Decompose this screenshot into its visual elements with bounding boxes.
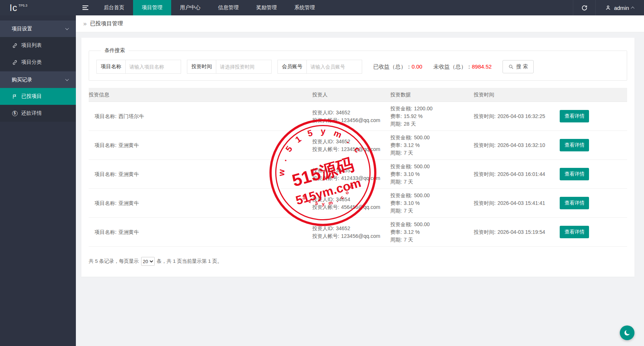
investor-id-label: 投资人ID:: [312, 110, 334, 115]
cycle-label: 周期:: [390, 179, 402, 185]
username: admin: [614, 5, 629, 11]
investor-id: 34655: [336, 168, 350, 173]
investor-account-label: 投资人帐号:: [312, 175, 339, 181]
header-invest-info: 投资信息: [89, 88, 312, 102]
rate-value: 3.10 %: [404, 200, 420, 206]
sidebar-group-purchase-records[interactable]: 购买记录: [0, 71, 76, 88]
view-details-button[interactable]: 查看详情: [560, 168, 589, 180]
rate-value: 3.12 %: [404, 229, 420, 235]
pagination-text-after: 条，共 1 页当前显示第 1 页。: [157, 258, 222, 265]
sidebar-collapse-button[interactable]: [76, 0, 95, 15]
invest-table: 投资信息 投资人 投资数据 投资时间 项目名称:西门塔尔牛 投资人ID:3465…: [89, 88, 627, 247]
search-button[interactable]: 搜 索: [503, 60, 534, 73]
project-label: 项目名称:: [95, 113, 117, 119]
investor-id-label: 投资人ID:: [312, 225, 334, 231]
theme-toggle-button[interactable]: [620, 325, 634, 340]
sidebar-item-project-category[interactable]: 项目分类: [0, 54, 76, 71]
refresh-icon: [581, 5, 588, 11]
pagination-text-before: 共 5 条记录，每页显示: [89, 258, 139, 265]
top-bar: Ic TP5.3 后台首页 项目管理 用户中心 信息管理 奖励管理 系统管理: [0, 0, 644, 15]
chevron-down-icon: [65, 26, 69, 30]
logo-text: Ic: [10, 3, 17, 13]
nav-item-rewards[interactable]: 奖励管理: [247, 0, 286, 15]
project-label: 项目名称:: [95, 142, 117, 148]
project-name: 亚洲黄牛: [118, 200, 139, 206]
user-icon: [605, 5, 611, 11]
flag-icon: [12, 93, 18, 99]
member-account-input[interactable]: [306, 60, 362, 74]
refresh-button[interactable]: [573, 0, 596, 15]
sidebar-item-invested-projects[interactable]: 已投项目: [0, 88, 76, 105]
sidebar-item-label: 已投项目: [21, 93, 42, 100]
time-label: 投资时间:: [474, 142, 496, 148]
amount-label: 投资金额:: [390, 106, 412, 111]
rate-label: 费率:: [390, 229, 402, 235]
page-title: 已投项目管理: [90, 20, 123, 27]
search-icon: [508, 64, 514, 69]
sidebar: 项目设置 项目列表 项目分类: [0, 15, 76, 346]
sidebar-group-project-settings[interactable]: 项目设置: [0, 21, 76, 37]
project-label: 项目名称:: [95, 171, 117, 177]
view-details-button[interactable]: 查看详情: [560, 139, 589, 151]
time-label: 投资时间:: [474, 113, 496, 119]
hamburger-icon: [82, 5, 88, 10]
top-navigation: 后台首页 项目管理 用户中心 信息管理 奖励管理 系统管理: [95, 0, 324, 15]
table-row: 项目名称:亚洲黄牛 投资人ID:34652 投资人帐号:123456@qq.co…: [89, 131, 627, 160]
member-account-label: 会员账号: [277, 60, 307, 74]
chevron-down-icon: [65, 77, 69, 81]
view-details-button[interactable]: 查看详情: [560, 226, 589, 238]
cycle-value: 28 天: [404, 121, 416, 127]
project-name: 西门塔尔牛: [118, 113, 144, 119]
investor-id-label: 投资人ID:: [312, 196, 334, 202]
invest-time-input[interactable]: [216, 60, 272, 74]
investor-account: 412433@qq.com: [341, 175, 380, 181]
investor-account-label: 投资人帐号:: [312, 233, 339, 239]
nav-item-info[interactable]: 信息管理: [209, 0, 247, 15]
earned-total-value: 0.00: [412, 63, 422, 70]
sidebar-item-label: 项目分类: [21, 59, 42, 66]
time-label: 投资时间:: [474, 171, 496, 177]
search-row: 项目名称 投资时间 会员账号 已收益（总）：0.00: [96, 60, 619, 74]
investor-account: 123456@qq.com: [341, 146, 380, 152]
rate-label: 费率:: [390, 113, 402, 119]
nav-item-system[interactable]: 系统管理: [286, 0, 324, 15]
amount-value: 500.00: [414, 192, 430, 198]
investor-account: 123456@qq.com: [341, 233, 380, 239]
project-name-input[interactable]: [125, 60, 181, 74]
amount-label: 投资金额:: [390, 221, 412, 227]
user-menu[interactable]: admin: [596, 0, 644, 15]
view-details-button[interactable]: 查看详情: [560, 197, 589, 209]
nav-item-home[interactable]: 后台首页: [95, 0, 133, 15]
cycle-label: 周期:: [390, 237, 402, 243]
table-row: 项目名称:西门塔尔牛 投资人ID:34652 投资人帐号:123456@qq.c…: [89, 102, 627, 131]
rate-value: 3.12 %: [404, 142, 420, 148]
project-name: 亚洲黄牛: [118, 229, 139, 235]
nav-item-projects[interactable]: 项目管理: [133, 0, 171, 15]
time-label: 投资时间:: [474, 200, 496, 206]
page-size-select[interactable]: 20: [141, 257, 155, 266]
member-account-group: 会员账号: [277, 60, 362, 74]
rate-label: 费率:: [390, 171, 402, 177]
investor-id: 34652: [336, 139, 350, 144]
cycle-label: 周期:: [390, 150, 402, 156]
time-value: 2026-04-03 15:19:54: [497, 229, 545, 235]
breadcrumb-icon: »: [83, 20, 87, 27]
sidebar-group-label: 购买记录: [12, 77, 32, 83]
time-value: 2026-04-03 16:32:10: [497, 142, 545, 148]
rate-label: 费率:: [390, 142, 402, 148]
topbar-right: admin: [573, 0, 644, 15]
time-value: 2026-04-03 16:01:44: [497, 171, 545, 177]
header-invest-data: 投资数据: [390, 88, 474, 102]
view-details-button[interactable]: 查看详情: [560, 110, 589, 122]
table-row: 项目名称:亚洲黄牛 投资人ID:34654 投资人帐号:456456@qq.co…: [89, 189, 627, 218]
sidebar-item-repayment-details[interactable]: $ 还款详情: [0, 105, 76, 122]
investor-id-label: 投资人ID:: [312, 168, 334, 173]
investor-id: 34652: [336, 225, 350, 231]
sidebar-group-label: 项目设置: [12, 26, 32, 32]
unearned-total-label: 未收益（总）：: [433, 63, 472, 70]
chevron-up-icon: [631, 6, 634, 10]
sidebar-item-project-list[interactable]: 项目列表: [0, 37, 76, 54]
unearned-total-value: 8984.52: [472, 63, 492, 70]
nav-item-users[interactable]: 用户中心: [171, 0, 209, 15]
amount-value: 1200.00: [414, 106, 433, 111]
